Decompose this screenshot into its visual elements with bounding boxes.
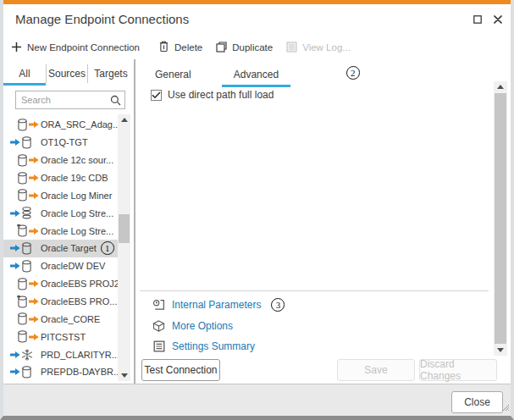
target-arrow-icon <box>10 244 20 252</box>
endpoint-row[interactable]: PREPDB-DAYBR... <box>3 363 118 381</box>
endpoint-row[interactable]: Oracle Log Miner <box>3 186 118 204</box>
package-icon <box>152 320 165 332</box>
db-icon <box>21 136 32 149</box>
db-icon <box>17 312 28 325</box>
direct-path-label: Use direct path full load <box>168 89 274 101</box>
save-button[interactable]: Save <box>337 359 415 381</box>
parameters-icon <box>152 299 165 311</box>
db-icon <box>21 366 32 379</box>
maximize-icon <box>473 12 482 27</box>
resize-grip-icon[interactable] <box>502 400 510 415</box>
delete-button[interactable]: Delete <box>158 41 202 54</box>
view-log-icon <box>286 41 297 54</box>
endpoint-row[interactable]: OracleDW DEV <box>3 257 118 275</box>
link-label: Internal Parameters <box>172 299 261 311</box>
db-icon <box>21 260 32 273</box>
scroll-up-icon[interactable] <box>118 114 130 125</box>
link-label: Settings Summary <box>172 340 255 352</box>
endpoint-name: Oracle Target <box>41 243 97 253</box>
search-icon <box>110 94 121 109</box>
close-dialog-button[interactable]: Close <box>451 391 503 413</box>
endpoint-row[interactable]: PRD_CLARITYR... <box>3 345 118 363</box>
duplicate-button[interactable]: Duplicate <box>216 41 273 54</box>
endpoint-detail-panel: GeneralAdvanced2 Use direct path full lo… <box>135 59 511 384</box>
endpoint-list-scrollbar[interactable] <box>118 114 130 381</box>
title-bar: Manage Endpoint Connections <box>3 4 511 36</box>
source-arrow-icon <box>29 174 39 182</box>
endpoint-name: Oracle 12c sour... <box>41 155 113 165</box>
close-button[interactable] <box>492 14 504 25</box>
test-connection-button[interactable]: Test Connection <box>141 359 220 381</box>
db-mark-icon <box>17 224 28 237</box>
tab-targets[interactable]: Targets <box>88 64 134 83</box>
source-arrow-icon <box>29 297 39 306</box>
scroll-down-icon[interactable] <box>494 345 507 356</box>
endpoint-row[interactable]: OracleEBS PROJ2 <box>3 275 118 293</box>
endpoint-name: OracleEBS PRO... <box>41 296 117 307</box>
endpoint-row[interactable]: OT1Q-TGT <box>3 134 118 152</box>
duplicate-label: Duplicate <box>232 42 273 52</box>
source-arrow-icon <box>29 333 39 341</box>
maximize-button[interactable] <box>472 14 484 25</box>
endpoint-row[interactable]: OracleEBS PRO... <box>3 293 118 311</box>
endpoint-name: PITCSTST <box>41 332 86 342</box>
endpoint-row[interactable]: Oracle Target1 <box>3 240 118 257</box>
db-icon <box>17 119 28 131</box>
more-options-link[interactable]: More Options <box>152 318 285 334</box>
target-arrow-icon <box>10 351 20 359</box>
db-icon <box>17 278 28 290</box>
tab-advanced[interactable]: Advanced2 <box>222 65 290 84</box>
new-endpoint-label: New Endpoint Connection <box>27 42 140 52</box>
db-mark-icon <box>17 296 28 308</box>
toolbar: New Endpoint Connection Delete Duplicate… <box>3 36 511 59</box>
endpoint-row[interactable]: Oracle_CORE <box>3 310 118 328</box>
direct-path-checkbox-row[interactable]: Use direct path full load <box>151 89 274 101</box>
settings-summary-link[interactable]: Settings Summary <box>152 339 285 354</box>
db-icon <box>17 189 28 202</box>
new-endpoint-connection-button[interactable]: New Endpoint Connection <box>11 41 140 54</box>
direct-path-checkbox[interactable] <box>151 90 162 101</box>
scrollbar-thumb[interactable] <box>495 93 506 344</box>
endpoint-row[interactable]: ORA_SRC_Adag... <box>3 116 118 134</box>
summary-icon <box>152 340 165 352</box>
delete-label: Delete <box>174 42 202 52</box>
manage-endpoint-connections-dialog: Manage Endpoint Connections New Endpoint… <box>0 0 514 420</box>
endpoint-name: Oracle Log Stre... <box>41 226 113 236</box>
endpoint-row[interactable]: Oracle Log Stre... <box>3 222 118 240</box>
endpoint-name: Oracle_CORE <box>41 314 100 324</box>
target-arrow-icon <box>10 368 20 376</box>
endpoint-name: Oracle Log Miner <box>41 191 112 201</box>
tab-all[interactable]: All <box>3 64 47 83</box>
endpoint-row[interactable]: PITCSTST <box>3 328 118 345</box>
discard-changes-button[interactable]: Discard Changes <box>419 359 497 381</box>
tab-general[interactable]: General <box>143 65 203 84</box>
detail-scrollbar[interactable] <box>494 81 507 356</box>
endpoint-row[interactable]: Oracle 12c sour... <box>3 152 118 169</box>
endpoint-row[interactable]: Oracle 19c CDB <box>3 169 118 187</box>
scroll-up-icon[interactable] <box>494 81 507 92</box>
view-log-button[interactable]: View Log... <box>286 41 351 54</box>
content-divider <box>140 290 489 291</box>
dialog-title: Manage Endpoint Connections <box>15 12 189 26</box>
endpoint-row[interactable]: Oracle Log Stre... <box>3 204 118 222</box>
internal-parameters-link[interactable]: Internal Parameters3 <box>152 297 285 312</box>
endpoint-name: PREPDB-DAYBR... <box>41 367 118 377</box>
scrollbar-thumb[interactable] <box>119 214 130 243</box>
db-icon <box>17 330 28 343</box>
dialog-footer: Close <box>3 384 511 416</box>
db-icon <box>17 154 28 167</box>
duplicate-icon <box>216 41 227 54</box>
endpoints-panel: AllSourcesTargets ORA_SRC_Adag...OT1Q-TG… <box>3 59 134 384</box>
endpoint-name: PRD_CLARITYR... <box>41 350 118 360</box>
db-stack-icon <box>21 207 32 219</box>
search-input[interactable] <box>15 91 125 109</box>
endpoint-list: ORA_SRC_Adag...OT1Q-TGTOracle 12c sour..… <box>3 116 118 381</box>
detail-tabs: GeneralAdvanced2 <box>135 64 290 84</box>
endpoint-name: Oracle Log Stre... <box>41 208 113 218</box>
search-box <box>15 91 125 109</box>
trash-icon <box>158 41 169 54</box>
source-arrow-icon <box>29 120 39 129</box>
scroll-down-icon[interactable] <box>118 370 130 381</box>
annotation-circle-1: 1 <box>101 241 114 255</box>
tab-sources[interactable]: Sources <box>47 64 88 83</box>
